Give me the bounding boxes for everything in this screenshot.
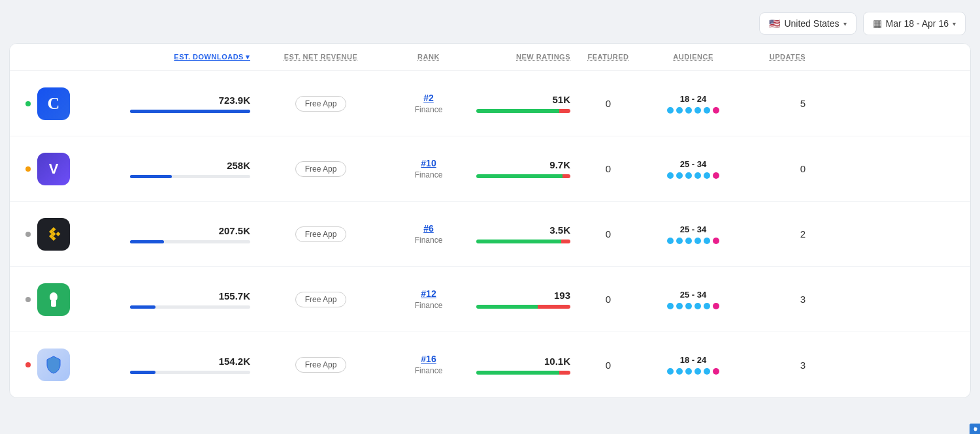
- updates-cell: 3: [745, 354, 811, 376]
- audience-dot: [676, 107, 683, 114]
- col-featured[interactable]: FEATURED: [576, 44, 641, 70]
- audience-dot: [667, 107, 674, 114]
- rank-cell: #16 Finance: [386, 349, 471, 381]
- country-label: United States: [784, 18, 839, 29]
- col-revenue[interactable]: EST. NET REVENUE: [255, 44, 386, 70]
- audience-range: 18 - 24: [646, 94, 740, 104]
- chevron-down-icon: ▾: [843, 20, 847, 27]
- downloads-value: 207.5K: [130, 225, 250, 236]
- featured-cell: 0: [576, 158, 641, 179]
- downloads-bar-fill: [130, 110, 250, 113]
- date-range-selector[interactable]: ▦ Mar 18 - Apr 16 ▾: [863, 12, 966, 35]
- downloads-bar-track: [130, 305, 250, 309]
- rank-link[interactable]: #12: [391, 288, 466, 299]
- downloads-bar-fill: [130, 240, 164, 243]
- updates-cell: 0: [745, 158, 811, 179]
- ratings-bar: [476, 240, 570, 243]
- col-updates[interactable]: UPDATES: [745, 44, 811, 70]
- app-cell: [20, 273, 125, 326]
- audience-range: 25 - 34: [646, 290, 740, 300]
- audience-dot: [685, 303, 692, 309]
- rank-sub: Finance: [415, 366, 443, 375]
- revenue-cell: Free App: [255, 91, 386, 117]
- ratings-bar: [476, 109, 570, 113]
- audience-dot: [704, 107, 710, 114]
- featured-cell: 0: [576, 93, 641, 114]
- ratings-red: [559, 371, 570, 375]
- revenue-cell: Free App: [255, 352, 386, 378]
- downloads-bar-track: [130, 240, 250, 243]
- calendar-icon: ▦: [873, 18, 882, 29]
- app-cell: [20, 338, 125, 392]
- audience-dot: [704, 238, 710, 244]
- revenue-cell: Free App: [255, 221, 386, 247]
- revenue-tag: Free App: [295, 357, 347, 373]
- rank-link[interactable]: #6: [391, 223, 466, 234]
- audience-dot: [667, 368, 674, 375]
- audience-cell: 25 - 34: [641, 219, 745, 249]
- ratings-bar: [476, 174, 570, 178]
- col-app: [20, 44, 125, 70]
- chevron-down-icon: ▾: [953, 20, 956, 27]
- col-audience[interactable]: AUDIENCE: [641, 44, 745, 70]
- rank-cell: #10 Finance: [386, 153, 471, 185]
- audience-dots: [646, 368, 740, 375]
- audience-cell: 25 - 34: [641, 154, 745, 184]
- app-icon-shield: [37, 349, 70, 381]
- app-cell: C: [20, 77, 125, 131]
- table-body: C 723.9K Free App #2 Finance: [10, 71, 970, 397]
- ratings-green: [476, 240, 561, 243]
- app-cell: [20, 208, 125, 261]
- revenue-tag: Free App: [295, 96, 347, 112]
- top-bar: 🇺🇸 United States ▾ ▦ Mar 18 - Apr 16 ▾: [7, 7, 973, 43]
- audience-dot: [694, 172, 701, 179]
- audience-dot: [676, 303, 683, 309]
- audience-dot: [713, 172, 719, 179]
- featured-cell: 0: [576, 354, 641, 376]
- status-dot: [25, 362, 31, 367]
- audience-dot: [704, 172, 710, 179]
- ratings-green: [476, 371, 559, 375]
- rank-link[interactable]: #10: [391, 158, 466, 168]
- rank-link[interactable]: #2: [391, 93, 466, 103]
- country-selector[interactable]: 🇺🇸 United States ▾: [759, 12, 856, 35]
- ratings-cell: 193: [471, 285, 576, 314]
- status-dot: [25, 166, 31, 172]
- ratings-red: [563, 174, 570, 178]
- col-rank[interactable]: RANK: [386, 44, 471, 70]
- revenue-cell: Free App: [255, 156, 386, 182]
- updates-cell: 3: [745, 288, 811, 310]
- rank-link[interactable]: #16: [391, 354, 466, 364]
- app-icon-robinhood: [37, 283, 70, 316]
- audience-cell: 18 - 24: [641, 350, 745, 380]
- audience-dots: [646, 172, 740, 179]
- downloads-bar-fill: [130, 305, 155, 309]
- audience-range: 18 - 24: [646, 355, 740, 365]
- featured-cell: 0: [576, 288, 641, 310]
- downloads-bar-track: [130, 371, 250, 374]
- downloads-value: 258K: [130, 160, 250, 171]
- app-icon-binance: [37, 218, 70, 251]
- rank-cell: #6 Finance: [386, 218, 471, 251]
- table-row: 207.5K Free App #6 Finance 3.5K: [10, 202, 970, 267]
- downloads-bar-track: [130, 175, 250, 178]
- downloads-bar-track: [130, 110, 250, 113]
- rank-sub: Finance: [415, 236, 443, 245]
- revenue-tag: Free App: [295, 226, 347, 242]
- ratings-green: [476, 174, 563, 178]
- audience-dot: [694, 368, 701, 375]
- audience-dot: [713, 368, 719, 375]
- audience-cell: 18 - 24: [641, 89, 745, 119]
- ratings-red: [538, 305, 570, 309]
- col-downloads[interactable]: EST. DOWNLOADS ▾: [125, 44, 255, 70]
- downloads-value: 155.7K: [130, 290, 250, 302]
- ratings-cell: 9.7K: [471, 154, 576, 183]
- ratings-green: [476, 109, 559, 113]
- app-icon-coinbase: C: [37, 87, 70, 120]
- status-dot: [25, 297, 31, 302]
- table-row: 155.7K Free App #12 Finance 193: [10, 267, 970, 332]
- col-ratings[interactable]: NEW RATINGS: [471, 44, 576, 70]
- audience-range: 25 - 34: [646, 225, 740, 234]
- updates-cell: 5: [745, 93, 811, 114]
- ratings-red: [561, 240, 570, 243]
